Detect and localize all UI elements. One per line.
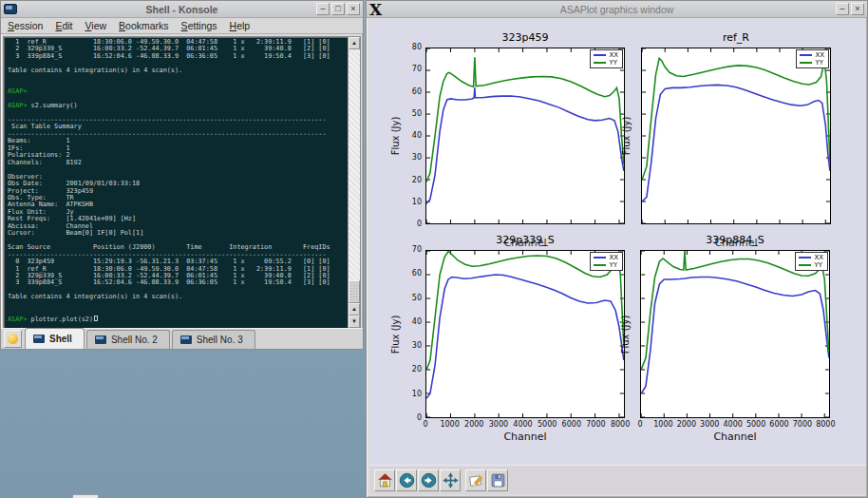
tab-shell-2[interactable]: Shell No. 2: [86, 330, 170, 349]
legend: XXYY: [590, 49, 623, 68]
legend-line-swatch: [594, 257, 606, 259]
konsole-window-icon[interactable]: [4, 4, 17, 14]
menu-item-session[interactable]: Session: [8, 20, 43, 31]
x-tick-label: 8000: [811, 420, 840, 429]
legend-label: YY: [609, 261, 617, 269]
home-button[interactable]: [374, 469, 395, 491]
tab-label: Shell No. 3: [197, 335, 243, 345]
y-tick-label: 30: [400, 153, 422, 162]
edit-page-icon: [467, 471, 485, 489]
terminal-icon: [33, 335, 45, 343]
scroll-up-icon[interactable]: ▲: [349, 37, 360, 49]
terminal-output[interactable]: 1 ref_R 18:30:06.0 -49.59.30.0 04:47:58 …: [8, 39, 345, 328]
scrollbar-thumb[interactable]: [349, 280, 360, 303]
subplot-title: 339p884_S: [631, 234, 840, 246]
konsole-tabbar: Shell Shell No. 2 Shell No. 3: [1, 328, 363, 349]
menu-item-settings[interactable]: Settings: [181, 20, 217, 31]
plot-area: [425, 250, 625, 418]
y-tick-label: 0: [400, 220, 422, 228]
y-axis-label: Flux (Jy): [390, 315, 401, 354]
legend-label: XX: [815, 51, 824, 59]
floppy-disk-icon: [489, 471, 507, 489]
plot-area: [425, 48, 625, 224]
tab-shell-3[interactable]: Shell No. 3: [172, 330, 255, 349]
asaplot-window: X ASAPlot graphics window – × Channel Ch…: [366, 0, 868, 498]
legend-label: YY: [815, 59, 823, 67]
asaplot-titlebar[interactable]: X ASAPlot graphics window – ×: [367, 1, 867, 18]
back-button[interactable]: [396, 469, 417, 491]
legend-line-swatch: [800, 62, 812, 64]
y-axis-label: Flux (Jy): [620, 315, 631, 354]
terminal[interactable]: 1 ref_R 18:30:06.0 -49.59.30.0 04:47:58 …: [3, 36, 361, 329]
subplots-button[interactable]: [465, 469, 486, 491]
new-session-button[interactable]: [4, 330, 22, 348]
tab-shell[interactable]: Shell: [25, 328, 85, 349]
konsole-window-title: Shell - Konsole: [1, 4, 363, 15]
subplot-329p339-s: 329p339_S Flux (Jy) Channel XXYY 0102030…: [425, 250, 625, 418]
menu-item-help[interactable]: Help: [230, 20, 251, 31]
terminal-icon: [95, 335, 106, 344]
y-tick-label: 40: [400, 317, 422, 326]
menu-item-view[interactable]: View: [85, 20, 106, 31]
y-tick-label: 20: [400, 176, 422, 184]
terminal-icon: [180, 335, 192, 344]
legend: XXYY: [796, 49, 829, 68]
maximize-button[interactable]: □: [331, 3, 345, 15]
konsole-window: Shell - Konsole – □ × Session Edit View …: [0, 0, 364, 350]
session-orb-icon: [8, 334, 18, 344]
menu-item-edit[interactable]: Edit: [55, 20, 72, 31]
y-tick-label: 50: [400, 109, 422, 118]
pan-arrows-icon: [442, 471, 460, 489]
scroll-up-icon-bottom[interactable]: ▲: [349, 303, 360, 316]
legend-line-swatch: [799, 257, 811, 259]
y-tick-label: 80: [400, 43, 422, 51]
terminal-scrollbar[interactable]: ▲ ▲ ▼: [348, 37, 360, 328]
subplot-title: 329p339_S: [416, 234, 634, 246]
save-button[interactable]: [487, 469, 508, 491]
legend-line-swatch: [799, 264, 811, 266]
back-arrow-icon: [398, 471, 416, 489]
terminal-cursor: [94, 316, 98, 321]
menu-item-bookmarks[interactable]: Bookmarks: [119, 20, 169, 31]
x-axis-label: Channel: [425, 431, 625, 443]
y-tick-label: 50: [400, 294, 422, 302]
legend-line-swatch: [800, 54, 812, 56]
legend-label: YY: [814, 261, 822, 269]
legend: XXYY: [795, 252, 828, 271]
y-axis-label: Flux (Jy): [621, 117, 632, 156]
y-tick-label: 30: [400, 341, 422, 350]
subplot-ref-r: ref_R Flux (Jy) XXYY: [641, 48, 831, 224]
tab-label: Shell: [49, 334, 72, 344]
y-tick-label: 60: [400, 87, 422, 96]
minimize-button[interactable]: –: [836, 3, 849, 15]
subplot-339p884-s: 339p884_S Flux (Jy) Channel XXYY 0100020…: [640, 250, 830, 418]
background-window-edge: [72, 494, 99, 498]
legend: XXYY: [590, 252, 623, 271]
asaplot-window-title: ASAPlot graphics window: [367, 4, 867, 15]
legend-line-swatch: [594, 264, 606, 266]
forward-button[interactable]: [418, 469, 439, 491]
matplotlib-toolbar: [369, 465, 866, 494]
close-button[interactable]: ×: [347, 3, 360, 15]
minimize-button[interactable]: –: [316, 3, 330, 15]
scroll-down-icon[interactable]: ▼: [349, 316, 360, 328]
pan-button[interactable]: [440, 469, 461, 491]
scrollbar-track[interactable]: [349, 49, 360, 303]
close-button[interactable]: ×: [851, 3, 864, 15]
y-tick-label: 60: [400, 269, 422, 278]
y-tick-label: 40: [400, 131, 422, 140]
y-tick-label: 10: [400, 198, 422, 206]
legend-label: XX: [609, 254, 618, 261]
legend-label: XX: [609, 51, 618, 59]
figure-canvas: Channel Channel 323p459 Flux (Jy) XXYY 0…: [369, 19, 866, 467]
y-tick-label: 70: [400, 65, 422, 73]
konsole-titlebar[interactable]: Shell - Konsole – □ ×: [1, 1, 363, 18]
legend-line-swatch: [594, 54, 606, 56]
plot-area: [641, 48, 831, 224]
legend-label: YY: [609, 59, 617, 67]
forward-arrow-icon: [420, 471, 438, 489]
legend-label: XX: [814, 254, 823, 261]
tab-label: Shell No. 2: [111, 335, 158, 345]
y-axis-label: Flux (Jy): [390, 117, 401, 156]
y-tick-label: 20: [400, 365, 422, 374]
